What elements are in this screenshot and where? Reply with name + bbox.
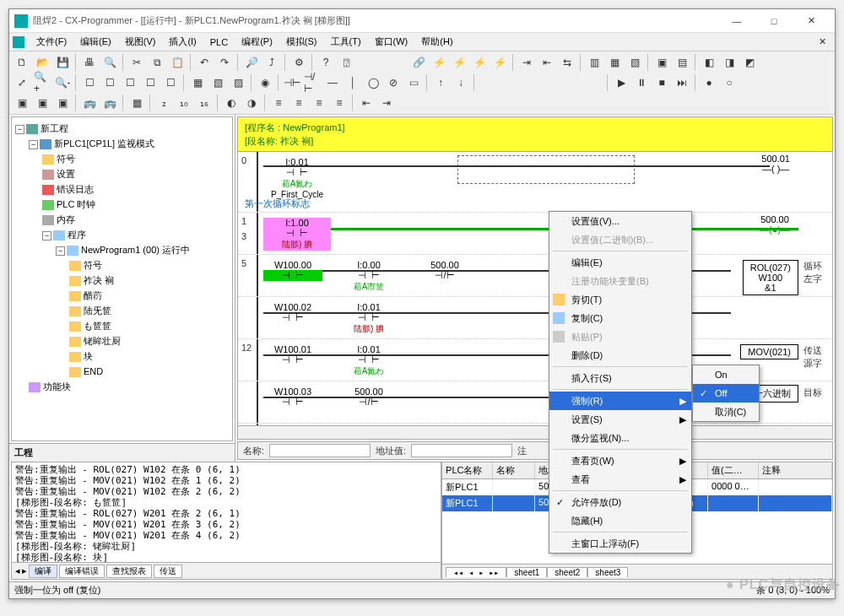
tb-undo[interactable]: ↶ (195, 53, 214, 72)
tree-sect-2[interactable]: 醋葕 (84, 290, 102, 300)
tree-sect-1[interactable]: 祚决 裥 (84, 275, 114, 285)
tb-zoom-in[interactable]: 🔍+ (33, 73, 51, 92)
tb-transfer-to[interactable]: ⇥ (517, 53, 536, 72)
tb-misc2[interactable]: ◑ (242, 94, 261, 112)
instruction-box[interactable]: ROL(027) W100 &1 (743, 260, 798, 295)
tb-step[interactable]: ⏭ (673, 73, 691, 92)
contact-addr[interactable]: 500.00 (339, 386, 398, 397)
tree-sect-3[interactable]: 陆旡笸 (84, 305, 111, 316)
coil-addr[interactable]: 500.01 (761, 154, 790, 164)
ctx-item-13[interactable]: 设置(S)▶ (549, 410, 691, 429)
ctx-item-7[interactable]: 粘贴(P) (549, 327, 691, 346)
tree-sect-4[interactable]: も笸笸 (84, 321, 111, 331)
tb-sect1[interactable]: ▣ (13, 94, 31, 112)
tree-sect-0[interactable]: 符号 (84, 260, 102, 270)
tb-find[interactable]: 🔎 (242, 53, 261, 72)
tb-bus1[interactable]: 🚌 (80, 94, 99, 112)
tb-mode-run[interactable]: ▧ (625, 53, 644, 72)
tb-table[interactable]: ▦ (127, 94, 146, 112)
ctx-item-10[interactable]: 插入行(S) (549, 369, 691, 387)
menu-insert[interactable]: 插入(I) (162, 34, 203, 50)
tree-fb[interactable]: 功能块 (43, 381, 71, 392)
project-tab[interactable]: 工程 (9, 443, 235, 462)
tb-goto[interactable]: ⤴ (262, 53, 281, 72)
tb-mode-mon[interactable]: ▦ (605, 53, 624, 72)
tb-run[interactable]: ▶ (612, 73, 630, 92)
ctx-item-17[interactable]: 查看▶ (549, 470, 691, 489)
tb-online[interactable]: 🔗 (409, 53, 428, 72)
tree-sect-end[interactable]: END (84, 366, 103, 376)
tb-mon4[interactable]: ⚡ (490, 53, 509, 72)
tb-force-off[interactable] (585, 73, 603, 92)
propbar-addr-field[interactable] (411, 444, 512, 457)
tb-mon-tgl[interactable]: ◉ (256, 73, 274, 92)
ctx-force-item-1[interactable]: Off✓ (693, 384, 759, 403)
ctx-item-19[interactable]: 允许停放(D)✓ (549, 493, 691, 511)
output-tab-errors[interactable]: 编译错误 (59, 565, 105, 578)
instruction-box[interactable]: MOV(021) (740, 344, 798, 359)
tree-clock[interactable]: PLC 时钟 (57, 199, 95, 209)
contact-addr[interactable]: I:0.00 (339, 260, 398, 270)
tb-cut[interactable]: ✂ (127, 53, 146, 72)
watch-col-name[interactable]: 名称 (493, 462, 535, 478)
menu-tools[interactable]: 工具(T) (324, 34, 368, 50)
tb-align-r[interactable]: ≡ (310, 94, 328, 112)
tb-force-on[interactable] (565, 73, 583, 92)
tb-ld-vline[interactable]: │ (344, 73, 362, 92)
tb-print[interactable]: 🖶 (80, 53, 99, 72)
coil-addr[interactable]: 500.00 (760, 214, 790, 224)
tb-transfer-from[interactable]: ⇤ (538, 53, 556, 72)
tb-view-proj[interactable]: ☐ (80, 73, 99, 92)
tb-ladder-v3[interactable]: ▨ (229, 73, 247, 92)
contact-addr[interactable]: 500.00 (415, 260, 474, 270)
context-menu[interactable]: 设置值(V)...设置值(二进制)(B)...编辑(E)注册功能块变量(B)剪切… (549, 211, 692, 554)
tb-whatsthis[interactable]: ⍰ (337, 53, 355, 72)
tb-view-out[interactable]: ☐ (100, 73, 119, 92)
minimize-button[interactable]: — (718, 10, 755, 32)
tb-indent-l[interactable]: ⇤ (357, 94, 376, 112)
contact-addr[interactable]: I:0.01 (339, 344, 398, 354)
output-text[interactable]: 警告:重复输出 - ROL(027) W102 在条 0 (6, 1) 警告:重… (12, 462, 441, 562)
tree-errlog[interactable]: 错误日志 (57, 184, 94, 194)
menu-plc[interactable]: PLC (203, 35, 235, 49)
tree-memory[interactable]: 内存 (57, 214, 75, 224)
mdi-close-button[interactable]: ✕ (813, 35, 831, 50)
watch-col-val2[interactable]: 值(二… (708, 462, 759, 478)
tb-align-l[interactable]: ≡ (269, 94, 288, 112)
tb-sect3[interactable]: ▣ (53, 94, 72, 112)
tb-compare[interactable]: ⇆ (558, 53, 576, 72)
ctx-item-0[interactable]: 设置值(V)... (549, 212, 691, 230)
tb-edge-up[interactable]: ↑ (431, 73, 450, 92)
menu-edit[interactable]: 编辑(E) (73, 34, 118, 50)
tb-extra3[interactable]: ◩ (740, 53, 759, 72)
ctx-item-20[interactable]: 隐藏(H) (549, 511, 691, 530)
tb-compile[interactable]: ⚙ (289, 53, 308, 72)
ctx-item-1[interactable]: 设置值(二进制)(B)... (549, 230, 691, 249)
tb-sect2[interactable]: ▣ (33, 94, 51, 112)
maximize-button[interactable]: □ (755, 10, 793, 32)
tb-align-t[interactable]: ≡ (330, 94, 349, 112)
ctx-item-14[interactable]: 微分监视(N)... (549, 429, 691, 447)
ctx-item-3[interactable]: 编辑(E) (549, 253, 691, 272)
output-tab-compile[interactable]: 编译 (29, 565, 57, 578)
sheet-tab-3[interactable]: sheet3 (587, 567, 628, 577)
tb-bus2[interactable]: 🚌 (100, 94, 119, 112)
ctx-item-4[interactable]: 注册功能块变量(B) (549, 272, 691, 290)
tb-ld-coil[interactable]: ◯ (364, 73, 382, 92)
tree-root[interactable]: 新工程 (41, 123, 68, 133)
tb-window-tile[interactable]: ▣ (652, 53, 671, 72)
tb-preview[interactable]: 🔍 (100, 53, 119, 72)
output-tab-transfer[interactable]: 传送 (154, 565, 182, 578)
tb-pause[interactable]: ⏸ (632, 73, 651, 92)
tb-base10[interactable]: ₁₀ (175, 94, 193, 112)
ctx-force-item-0[interactable]: On (693, 365, 759, 384)
tb-extra1[interactable]: ◧ (700, 53, 718, 72)
menu-help[interactable]: 帮助(H) (414, 34, 459, 50)
watch-col-cmt[interactable]: 注释 (759, 462, 832, 478)
tb-bp-clr[interactable]: ○ (720, 73, 738, 92)
ctx-item-5[interactable]: 剪切(T) (549, 290, 691, 309)
tb-ld-instr[interactable]: ▭ (404, 73, 423, 92)
tb-view-fb[interactable]: ☐ (161, 73, 180, 92)
tree-symbols[interactable]: 符号 (57, 154, 75, 164)
tree-sect-5[interactable]: 铑眸壮厨 (84, 336, 121, 346)
